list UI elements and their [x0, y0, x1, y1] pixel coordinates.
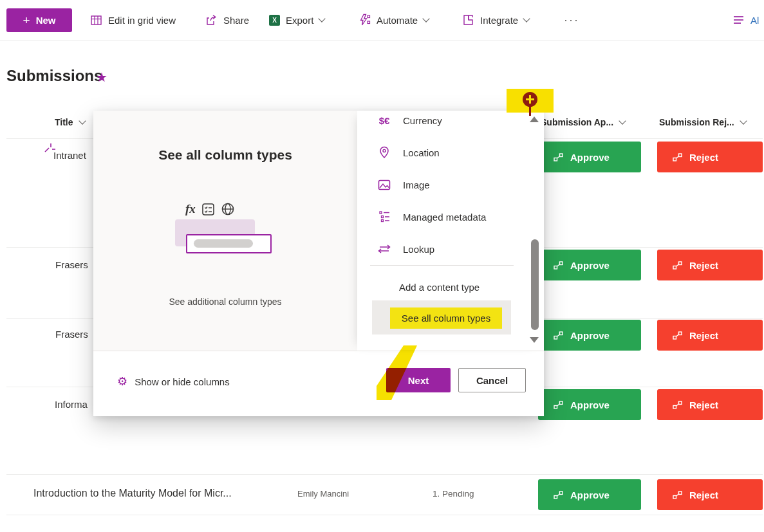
- run-flow-icon: [554, 401, 563, 409]
- share-label: Share: [223, 15, 249, 26]
- menu-item-label: Location: [403, 147, 440, 158]
- column-header-reject-label: Submission Rej...: [659, 117, 734, 127]
- menu-item-location[interactable]: Location: [375, 136, 520, 169]
- click-indicator-icon: [42, 142, 58, 157]
- grid-view-icon: [90, 14, 102, 26]
- chevron-down-icon: [79, 117, 86, 124]
- preview-input-placeholder-bar: [194, 239, 253, 248]
- reject-button[interactable]: Reject: [657, 142, 763, 172]
- row-divider: [6, 515, 763, 515]
- run-flow-icon: [554, 261, 563, 270]
- reject-button-label: Reject: [689, 399, 718, 410]
- approve-button-label: Approve: [570, 330, 610, 341]
- reject-button[interactable]: Reject: [657, 250, 763, 280]
- preview-title: See all column types: [93, 147, 357, 163]
- list-item-status: 1. Pending: [433, 489, 474, 499]
- see-all-column-types-item[interactable]: See all column types: [372, 300, 511, 335]
- more-commands-button[interactable]: ···: [564, 0, 579, 40]
- dialog-footer-divider: [93, 351, 544, 351]
- managed-metadata-icon: [375, 211, 393, 223]
- reject-button[interactable]: Reject: [657, 479, 763, 510]
- column-header-title-label: Title: [55, 117, 73, 127]
- currency-icon: $€: [375, 115, 393, 126]
- scrollbar-up-arrow[interactable]: [530, 116, 539, 122]
- plus-icon: [529, 95, 531, 104]
- list-item-author: Emily Mancini: [297, 489, 349, 499]
- run-flow-icon: [673, 491, 682, 499]
- lookup-icon: [375, 244, 393, 253]
- menu-item-image[interactable]: Image: [375, 169, 520, 201]
- integrate-label: Integrate: [480, 15, 518, 26]
- run-flow-icon: [554, 491, 563, 499]
- list-item-title[interactable]: Frasers: [55, 259, 88, 270]
- view-selector-button[interactable]: Al: [733, 0, 759, 40]
- cancel-button[interactable]: Cancel: [458, 368, 526, 392]
- chevron-down-icon: [423, 15, 430, 22]
- sharepoint-list-page: + New Edit in grid view Share X Export A…: [0, 0, 764, 532]
- run-flow-icon: [673, 261, 682, 270]
- edit-grid-view-label: Edit in grid view: [108, 15, 176, 26]
- menu-item-currency[interactable]: $€ Currency: [375, 104, 520, 136]
- menu-item-label: Image: [403, 179, 430, 190]
- approve-button[interactable]: Approve: [538, 320, 641, 351]
- plus-icon: +: [23, 14, 30, 26]
- show-hide-columns-label: Show or hide columns: [135, 376, 230, 387]
- automate-icon: [358, 14, 371, 26]
- approve-button[interactable]: Approve: [538, 389, 641, 420]
- approve-button-label: Approve: [570, 260, 610, 271]
- chevron-down-icon: [523, 15, 530, 22]
- menu-item-label: Lookup: [403, 244, 434, 255]
- excel-icon: X: [269, 15, 280, 26]
- column-header-approve-label: Submission Ap...: [541, 117, 613, 127]
- reject-button[interactable]: Reject: [657, 389, 763, 420]
- list-item-title[interactable]: Intranet: [53, 150, 86, 161]
- add-column-highlight[interactable]: [507, 89, 554, 113]
- export-button[interactable]: X Export: [269, 0, 324, 40]
- integrate-button[interactable]: Integrate: [462, 0, 529, 40]
- row-divider: [6, 474, 763, 475]
- menu-item-lookup[interactable]: Lookup: [375, 233, 520, 265]
- page-title: Submissions: [6, 67, 102, 85]
- globe-icon: [221, 202, 235, 216]
- export-label: Export: [286, 15, 313, 26]
- approve-button-label: Approve: [570, 399, 610, 410]
- gear-icon: ⚙: [117, 376, 127, 387]
- see-all-column-types-highlight[interactable]: See all column types: [390, 307, 502, 329]
- reject-button-label: Reject: [689, 330, 718, 341]
- approve-button[interactable]: Approve: [538, 250, 641, 280]
- preview-illustration-icons: fx: [185, 202, 235, 216]
- approve-button[interactable]: Approve: [538, 479, 641, 510]
- show-hide-columns-button[interactable]: ⚙ Show or hide columns: [117, 376, 230, 387]
- run-flow-icon: [673, 401, 682, 409]
- column-header-reject[interactable]: Submission Rej...: [659, 117, 746, 127]
- list-item-title[interactable]: Introduction to the Maturity Model for M…: [33, 488, 232, 499]
- reject-button-label: Reject: [689, 152, 718, 163]
- add-content-type-item[interactable]: Add a content type: [399, 282, 480, 293]
- list-item-title[interactable]: Informa: [55, 399, 88, 410]
- automate-button[interactable]: Automate: [358, 0, 429, 40]
- approve-button-label: Approve: [570, 152, 610, 163]
- more-icon: ···: [564, 14, 579, 27]
- location-icon: [375, 146, 393, 159]
- next-button[interactable]: Next: [386, 368, 451, 392]
- chevron-down-icon: [619, 117, 626, 124]
- menu-divider: [370, 265, 514, 266]
- run-flow-icon: [554, 153, 563, 161]
- menu-item-managed-metadata[interactable]: Managed metadata: [375, 201, 520, 233]
- favorite-star-icon[interactable]: ★: [96, 69, 107, 85]
- column-header-approve[interactable]: Submission Ap...: [541, 117, 625, 127]
- share-button[interactable]: Share: [205, 0, 249, 40]
- edit-grid-view-button[interactable]: Edit in grid view: [90, 0, 176, 40]
- new-button[interactable]: + New: [6, 8, 72, 32]
- list-item-title[interactable]: Frasers: [55, 329, 88, 340]
- run-flow-icon: [673, 153, 682, 161]
- view-selector-label: Al: [750, 15, 759, 26]
- reject-button[interactable]: Reject: [657, 320, 763, 351]
- preview-input-illustration: [186, 234, 272, 253]
- approve-button[interactable]: Approve: [538, 142, 641, 172]
- column-header-title[interactable]: Title: [55, 117, 85, 127]
- scrollbar-thumb[interactable]: [531, 239, 539, 330]
- run-flow-icon: [554, 331, 563, 340]
- scrollbar-down-arrow[interactable]: [530, 337, 539, 343]
- chevron-down-icon: [319, 15, 326, 22]
